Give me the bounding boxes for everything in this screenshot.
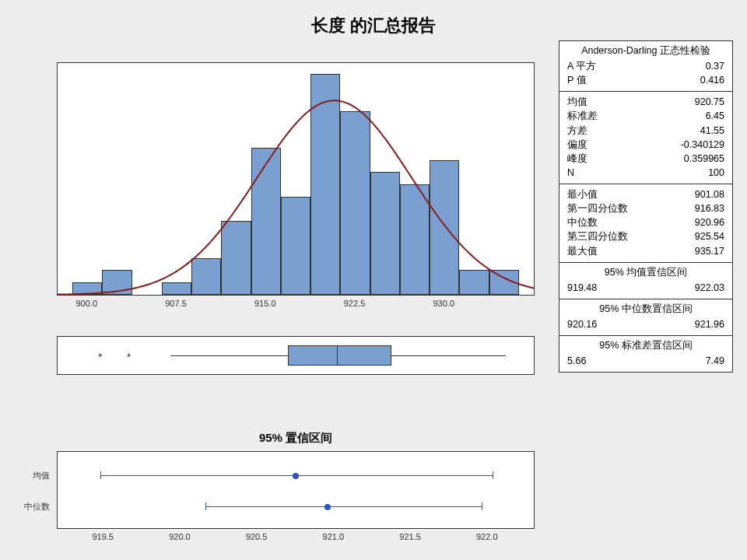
ad-header: Anderson-Darling 正态性检验 bbox=[567, 44, 724, 59]
moment-value: -0.340129 bbox=[681, 138, 724, 152]
ad-section: Anderson-Darling 正态性检验 A 平方 0.37 P 值 0.4… bbox=[559, 41, 732, 92]
ci-tick: 919.5 bbox=[92, 532, 114, 541]
ci-tick: 920.5 bbox=[246, 532, 268, 541]
ci-interval-line bbox=[205, 506, 482, 507]
ci-median-section: 95% 中位数置信区间 920.16 921.96 bbox=[559, 299, 732, 336]
moment-row: 偏度-0.340129 bbox=[567, 138, 724, 152]
quartile-value: 901.08 bbox=[695, 187, 724, 201]
ci-median-low: 920.16 bbox=[567, 317, 597, 331]
moment-value: 41.55 bbox=[700, 124, 724, 138]
ci-interval-cap bbox=[493, 471, 493, 479]
ci-title: 95% 置信区间 bbox=[57, 431, 535, 446]
ci-std-row: 5.66 7.49 bbox=[567, 354, 724, 368]
ci-tick: 922.0 bbox=[476, 532, 498, 541]
ci-std-low: 5.66 bbox=[567, 354, 586, 368]
histogram-panel bbox=[57, 62, 535, 296]
normal-curve bbox=[58, 63, 534, 295]
ad-a2-value: 0.37 bbox=[706, 59, 724, 73]
histogram-tick: 915.0 bbox=[254, 299, 276, 308]
moment-label: 均值 bbox=[567, 95, 587, 109]
ci-std-section: 95% 标准差置信区间 5.66 7.49 bbox=[559, 336, 732, 372]
moment-row: 均值920.75 bbox=[567, 95, 724, 109]
moment-row: 标准差6.45 bbox=[567, 109, 724, 123]
moment-value: 0.359965 bbox=[684, 152, 724, 166]
ci-x-axis: 919.5920.0920.5921.0921.5922.0 bbox=[57, 532, 535, 546]
moment-label: 标准差 bbox=[567, 109, 598, 123]
quartile-row: 最大值935.17 bbox=[567, 244, 724, 258]
ad-p-row: P 值 0.416 bbox=[567, 73, 724, 87]
moment-row: N100 bbox=[567, 166, 724, 180]
quartile-row: 第一四分位数916.83 bbox=[567, 201, 724, 215]
ci-mean-row: 919.48 922.03 bbox=[567, 281, 724, 295]
histogram-x-axis: 900.0907.5915.0922.5930.0 bbox=[57, 299, 535, 313]
ci-median-row: 920.16 921.96 bbox=[567, 317, 724, 331]
ci-tick: 921.0 bbox=[323, 532, 345, 541]
boxplot-box bbox=[288, 345, 391, 366]
quartile-value: 925.54 bbox=[695, 229, 724, 243]
moment-label: 偏度 bbox=[567, 138, 587, 152]
moment-value: 920.75 bbox=[695, 95, 724, 109]
ci-interval-cap bbox=[482, 502, 482, 510]
moment-row: 方差41.55 bbox=[567, 124, 724, 138]
histogram-tick: 900.0 bbox=[75, 299, 97, 308]
moment-label: 方差 bbox=[567, 124, 587, 138]
ad-a2-label: A 平方 bbox=[567, 59, 596, 73]
ci-point bbox=[293, 473, 299, 479]
ci-std-header: 95% 标准差置信区间 bbox=[567, 339, 724, 354]
quartile-label: 第三四分位数 bbox=[567, 229, 628, 243]
quartile-label: 最小值 bbox=[567, 187, 598, 201]
ci-label-median: 中位数 bbox=[3, 501, 50, 513]
boxplot-median bbox=[337, 345, 338, 366]
moment-value: 100 bbox=[708, 166, 724, 180]
quartiles-section: 最小值901.08第一四分位数916.83中位数920.96第三四分位数925.… bbox=[559, 184, 732, 263]
moment-label: 峰度 bbox=[567, 152, 587, 166]
boxplot-panel: ** bbox=[57, 336, 535, 375]
ad-p-label: P 值 bbox=[567, 73, 587, 87]
ci-label-mean: 均值 bbox=[3, 470, 50, 481]
histogram-tick: 907.5 bbox=[165, 299, 187, 308]
ci-median-high: 921.96 bbox=[695, 317, 724, 331]
quartile-value: 935.17 bbox=[695, 244, 724, 258]
histogram-tick: 922.5 bbox=[344, 299, 366, 308]
moments-section: 均值920.75标准差6.45方差41.55偏度-0.340129峰度0.359… bbox=[559, 92, 732, 184]
moment-label: N bbox=[567, 166, 574, 180]
quartile-row: 最小值901.08 bbox=[567, 187, 724, 201]
histogram-tick: 930.0 bbox=[433, 299, 454, 308]
moment-value: 6.45 bbox=[706, 109, 724, 123]
quartile-label: 最大值 bbox=[567, 244, 598, 258]
quartile-label: 中位数 bbox=[567, 215, 598, 229]
boxplot-outlier: * bbox=[98, 351, 102, 363]
quartile-label: 第一四分位数 bbox=[567, 201, 628, 215]
quartile-value: 916.83 bbox=[695, 201, 724, 215]
page-title: 长度 的汇总报告 bbox=[0, 14, 747, 37]
ci-interval-cap bbox=[205, 502, 206, 510]
ad-p-value: 0.416 bbox=[700, 73, 724, 87]
ci-point bbox=[324, 504, 331, 510]
ci-interval-cap bbox=[100, 471, 101, 479]
ci-panel bbox=[57, 451, 535, 529]
ad-a2-row: A 平方 0.37 bbox=[567, 59, 724, 73]
quartile-row: 第三四分位数925.54 bbox=[567, 229, 724, 243]
quartile-value: 920.96 bbox=[695, 215, 724, 229]
ci-tick: 920.0 bbox=[169, 532, 191, 541]
moment-row: 峰度0.359965 bbox=[567, 152, 724, 166]
ci-tick: 921.5 bbox=[399, 532, 421, 541]
ci-mean-high: 922.03 bbox=[695, 281, 724, 295]
ci-mean-section: 95% 均值置信区间 919.48 922.03 bbox=[559, 263, 732, 299]
ci-mean-low: 919.48 bbox=[567, 281, 597, 295]
ci-mean-header: 95% 均值置信区间 bbox=[567, 266, 724, 281]
ci-std-high: 7.49 bbox=[706, 354, 724, 368]
quartile-row: 中位数920.96 bbox=[567, 215, 724, 229]
boxplot-outlier: * bbox=[127, 351, 131, 363]
ci-median-header: 95% 中位数置信区间 bbox=[567, 303, 724, 317]
stats-panel: Anderson-Darling 正态性检验 A 平方 0.37 P 值 0.4… bbox=[559, 40, 733, 373]
